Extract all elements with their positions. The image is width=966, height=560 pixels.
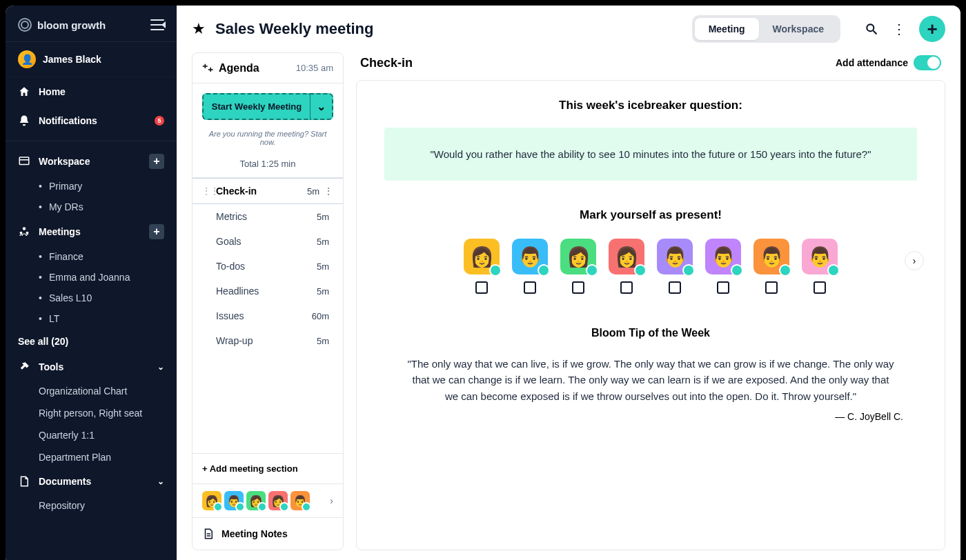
drag-handle-icon[interactable]: ⋮⋮ xyxy=(202,186,212,196)
agenda-time: 10:35 am xyxy=(296,63,333,73)
section-documents-label: Documents xyxy=(39,476,91,487)
tab-meeting[interactable]: Meeting xyxy=(695,18,759,40)
meetings-icon xyxy=(18,226,30,238)
user-name: James Black xyxy=(43,54,101,65)
attendee-thumb[interactable]: 👩 xyxy=(268,491,288,510)
attendee-avatar[interactable]: 👩 xyxy=(609,239,644,274)
attendee-next-icon[interactable]: › xyxy=(330,495,333,506)
meeting-notes-button[interactable]: Meeting Notes xyxy=(193,517,343,550)
agenda-row-metrics[interactable]: Metrics5m xyxy=(193,204,343,229)
nav-home-label: Home xyxy=(39,86,66,97)
svg-rect-0 xyxy=(19,157,29,165)
section-workspace[interactable]: Workspace + xyxy=(6,147,177,176)
more-icon[interactable]: ⋮ xyxy=(891,21,907,37)
attendee-checkbox[interactable] xyxy=(620,281,633,294)
svg-point-5 xyxy=(867,24,874,31)
tool-quarterly[interactable]: Quarterly 1:1 xyxy=(6,424,177,446)
attendee-avatar[interactable]: 👨 xyxy=(657,239,693,274)
brand-row: bloom growth xyxy=(6,15,177,41)
agenda-row-issues[interactable]: Issues60m xyxy=(193,303,343,328)
collapse-sidebar-icon[interactable] xyxy=(150,19,164,30)
attendee-checkbox[interactable] xyxy=(765,281,778,294)
sidebar-item-lt[interactable]: LT xyxy=(6,308,177,329)
chevron-down-icon: ⌄ xyxy=(157,362,164,372)
agenda-row-todos[interactable]: To-dos5m xyxy=(193,254,343,279)
create-button[interactable]: + xyxy=(919,16,945,42)
notification-badge: 5 xyxy=(155,116,164,126)
attendance-toggle[interactable] xyxy=(914,55,941,70)
add-meeting-section[interactable]: + Add meeting section xyxy=(193,453,343,483)
attendee-checkbox[interactable] xyxy=(572,281,584,294)
attendee-avatar[interactable]: 👨 xyxy=(705,239,741,274)
icebreaker-heading: This week's icebreaker question: xyxy=(384,99,917,112)
icebreaker-question: "Would you rather have the ability to se… xyxy=(384,128,917,181)
tip-quote: "The only way that we can live, is if we… xyxy=(384,356,917,404)
attendee-thumb[interactable]: 👩 xyxy=(202,491,221,510)
main: ★ Sales Weekly meeting Meeting Workspace… xyxy=(177,6,960,560)
add-workspace-button[interactable]: + xyxy=(149,154,164,169)
agenda-row-more-icon[interactable]: ⋮ xyxy=(324,186,333,197)
current-user[interactable]: 👤 James Black xyxy=(6,41,177,77)
agenda-icon: ⁺₊ xyxy=(202,61,213,74)
doc-repository[interactable]: Repository xyxy=(6,494,177,517)
attendee-thumb[interactable]: 👨 xyxy=(290,491,310,510)
mark-present-heading: Mark yourself as present! xyxy=(384,208,917,222)
topbar: ★ Sales Weekly meeting Meeting Workspace… xyxy=(177,6,960,52)
checkin-title: Check-in xyxy=(360,56,413,70)
brand-name: bloom growth xyxy=(37,19,106,31)
svg-point-2 xyxy=(23,227,26,230)
nav-home[interactable]: Home xyxy=(6,77,177,106)
brand-logo-icon xyxy=(18,18,32,32)
attendee-avatar[interactable]: 👨 xyxy=(753,239,789,274)
sidebar-item-emma-joanna[interactable]: Emma and Joanna xyxy=(6,267,177,288)
meeting-notes-label: Meeting Notes xyxy=(221,528,288,539)
tool-dept-plan[interactable]: Department Plan xyxy=(6,446,177,468)
user-avatar-icon: 👤 xyxy=(18,50,36,68)
attendee-thumbnails: 👩 👨 👩 👩 👨 › xyxy=(193,483,343,517)
attendee-avatar[interactable]: 👨 xyxy=(512,239,548,274)
attendee-checkbox[interactable] xyxy=(814,281,826,294)
attendee-checkbox[interactable] xyxy=(524,281,536,294)
checkin-panel: Check-in Add attendance This week's iceb… xyxy=(356,52,945,550)
attendee-thumb[interactable]: 👨 xyxy=(224,491,244,510)
attendee-checkbox[interactable] xyxy=(669,281,681,294)
agenda-row-wrapup[interactable]: Wrap-up5m xyxy=(193,328,343,353)
nav-notifications[interactable]: Notifications 5 xyxy=(6,106,177,135)
home-icon xyxy=(18,86,30,98)
attendee-avatar[interactable]: 👩 xyxy=(464,239,500,274)
attendee-scroll-right[interactable]: › xyxy=(905,251,924,270)
attendee-checkbox[interactable] xyxy=(475,281,488,294)
sidebar-item-finance[interactable]: Finance xyxy=(6,246,177,267)
page-title: Sales Weekly meeting xyxy=(215,20,374,38)
search-icon[interactable] xyxy=(864,21,879,37)
tool-right-person[interactable]: Right person, Right seat xyxy=(6,402,177,424)
attendee-avatar[interactable]: 👩 xyxy=(560,239,596,274)
tab-workspace[interactable]: Workspace xyxy=(759,18,838,40)
attendee-checkbox[interactable] xyxy=(717,281,729,294)
attendee-thumb[interactable]: 👩 xyxy=(246,491,266,510)
see-all-meetings[interactable]: See all (20) xyxy=(6,329,177,354)
star-icon[interactable]: ★ xyxy=(192,20,206,38)
start-hint: Are you running the meeting? Start now. xyxy=(193,130,343,153)
tools-icon xyxy=(18,361,30,373)
agenda-title: Agenda xyxy=(219,62,259,74)
start-dropdown-button[interactable]: ⌄ xyxy=(310,93,333,120)
section-meetings[interactable]: Meetings + xyxy=(6,217,177,246)
agenda-row-checkin[interactable]: ⋮⋮ Check-in 5m ⋮ xyxy=(193,178,343,204)
sidebar-item-primary[interactable]: Primary xyxy=(6,176,177,197)
sidebar-item-sales-l10[interactable]: Sales L10 xyxy=(6,288,177,308)
section-tools[interactable]: Tools ⌄ xyxy=(6,354,177,380)
start-meeting-button[interactable]: Start Weekly Meeting xyxy=(202,93,310,120)
agenda-row-headlines[interactable]: Headlines5m xyxy=(193,279,343,303)
bell-icon xyxy=(18,114,30,127)
agenda-row-goals[interactable]: Goals5m xyxy=(193,229,343,254)
agenda-panel: ⁺₊ Agenda 10:35 am Start Weekly Meeting … xyxy=(192,52,344,550)
add-meeting-button[interactable]: + xyxy=(149,224,164,239)
sidebar-item-mydrs[interactable]: My DRs xyxy=(6,197,177,217)
tip-heading: Bloom Tip of the Week xyxy=(384,327,917,339)
svg-point-3 xyxy=(20,232,23,234)
attendee-avatar[interactable]: 👨 xyxy=(802,239,838,274)
tool-org-chart[interactable]: Organizational Chart xyxy=(6,380,177,402)
tab-switch: Meeting Workspace xyxy=(692,15,840,43)
section-documents[interactable]: Documents ⌄ xyxy=(6,468,177,494)
